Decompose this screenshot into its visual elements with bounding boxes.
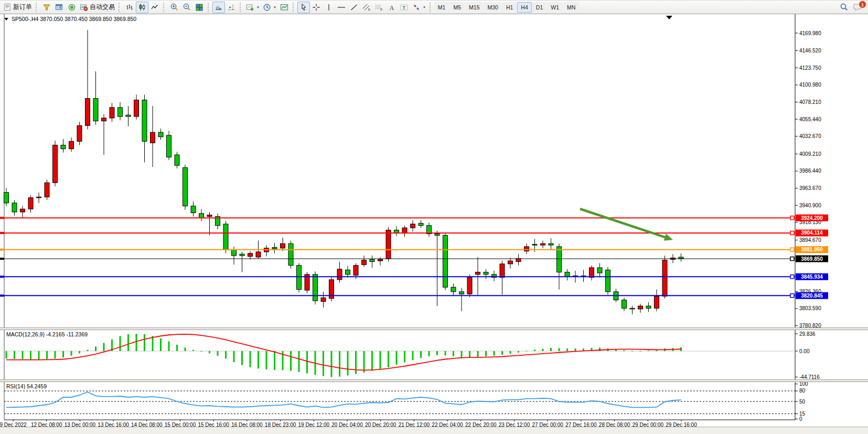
svg-text:21 Dec 12:00: 21 Dec 12:00 — [399, 422, 430, 427]
new-order-icon — [4, 3, 12, 11]
toolbar-grip — [240, 3, 242, 12]
svg-text:29.836: 29.836 — [799, 331, 816, 337]
svg-text:3869.850: 3869.850 — [801, 256, 823, 262]
svg-text:28 Dec 08:00: 28 Dec 08:00 — [599, 422, 630, 427]
toolbar-grip — [208, 3, 210, 12]
svg-text:18 Dec 23:00: 18 Dec 23:00 — [265, 422, 296, 427]
cursor-icon — [299, 3, 308, 12]
toolbar-grip — [293, 3, 295, 12]
new-order-label: 新订单 — [13, 3, 32, 12]
new-order-button[interactable]: 新订单 — [2, 2, 34, 13]
chevron-down-icon: ▼ — [273, 6, 276, 9]
arrows-icon — [412, 3, 421, 12]
auto-scroll-button[interactable] — [212, 2, 225, 13]
zoom-out-icon — [183, 3, 191, 12]
svg-text:19 Dec 12:00: 19 Dec 12:00 — [298, 422, 330, 427]
svg-text:22 Dec 20:00: 22 Dec 20:00 — [465, 422, 497, 427]
tab-timeframe-w1[interactable]: W1 — [547, 2, 563, 13]
svg-text:14 Dec 08:00: 14 Dec 08:00 — [131, 422, 163, 427]
chevron-down-icon: ▼ — [256, 6, 260, 9]
bar-chart-icon — [125, 3, 134, 12]
label-button[interactable]: T — [398, 2, 411, 13]
periods-button[interactable]: ▼ — [261, 2, 278, 13]
svg-text:29 Dec 00:00: 29 Dec 00:00 — [633, 422, 664, 427]
arrows-button[interactable]: ▼ — [411, 2, 427, 13]
chart-profile-icon — [42, 3, 51, 12]
bar-chart-button[interactable] — [123, 2, 136, 13]
svg-text:3924.200: 3924.200 — [801, 215, 823, 221]
tab-timeframe-d1[interactable]: D1 — [532, 2, 546, 13]
search-button[interactable] — [838, 2, 850, 13]
svg-text:20 Dec 20:00: 20 Dec 20:00 — [365, 422, 397, 427]
navigator-button[interactable] — [53, 2, 66, 13]
tab-timeframe-m1[interactable]: M1 — [434, 2, 449, 13]
market-watch-icon — [68, 3, 76, 12]
svg-text:4055.440: 4055.440 — [799, 117, 821, 122]
svg-text:-44.7116: -44.7116 — [799, 374, 820, 380]
tile-windows-button[interactable] — [193, 2, 206, 13]
vertical-line-button[interactable] — [323, 2, 335, 13]
horizontal-line-icon — [337, 3, 346, 12]
tab-timeframe-h4[interactable]: H4 — [517, 2, 531, 13]
text-button[interactable]: A — [385, 2, 398, 13]
tile-windows-icon — [195, 3, 203, 12]
zoom-in-icon — [170, 3, 179, 12]
market-watch-button[interactable] — [66, 2, 78, 13]
tab-timeframe-mn[interactable]: MN — [563, 2, 579, 13]
text-icon: A — [388, 3, 395, 12]
candlestick-button[interactable] — [136, 2, 148, 13]
line-chart-icon — [151, 3, 159, 12]
tab-timeframe-h1[interactable]: H1 — [502, 2, 517, 13]
tab-timeframe-m30[interactable]: M30 — [484, 2, 501, 13]
template-icon — [280, 3, 288, 12]
chart-profile-button[interactable] — [40, 2, 53, 13]
svg-text:13 Dec 16:00: 13 Dec 16:00 — [98, 422, 129, 427]
fibonacci-button[interactable]: F — [373, 2, 385, 13]
zoom-in-button[interactable] — [168, 2, 180, 13]
tab-timeframe-m15[interactable]: M15 — [465, 2, 483, 13]
svg-text:3820.845: 3820.845 — [801, 293, 823, 299]
svg-text:16 Dec 08:00: 16 Dec 08:00 — [231, 422, 263, 427]
toolbar-grip — [430, 3, 432, 12]
cursor-button[interactable] — [297, 2, 310, 13]
toolbar-right: 1 — [838, 2, 866, 13]
svg-text:0.00: 0.00 — [799, 348, 810, 354]
zoom-out-button[interactable] — [180, 2, 193, 13]
chart-shift-icon — [227, 3, 235, 12]
autotrade-button[interactable]: 自动交易 — [78, 2, 116, 13]
svg-text:20 Dec 04:00: 20 Dec 04:00 — [331, 422, 363, 427]
svg-text:3904.114: 3904.114 — [801, 230, 823, 236]
template-button[interactable] — [278, 2, 291, 13]
svg-text:22 Dec 04:00: 22 Dec 04:00 — [432, 422, 463, 427]
svg-text:4032.670: 4032.670 — [799, 133, 821, 139]
indicators-button[interactable]: ▼ — [244, 2, 261, 13]
horizontal-line-button[interactable] — [335, 2, 348, 13]
svg-text:4146.520: 4146.520 — [799, 48, 821, 54]
mt4-window: 新订单 自动交易 — [0, 0, 868, 434]
fibonacci-icon: F — [374, 3, 383, 12]
svg-text:50: 50 — [799, 399, 806, 405]
svg-text:15 Dec 00:00: 15 Dec 00:00 — [165, 422, 196, 427]
svg-text:4009.210: 4009.210 — [799, 151, 821, 157]
label-icon: T — [400, 3, 409, 12]
svg-text:A: A — [390, 4, 394, 11]
toolbar-grip — [163, 3, 166, 12]
timeframe-group: M1M5M15M30H1H4D1W1MN — [434, 2, 579, 13]
line-chart-button[interactable] — [148, 2, 161, 13]
svg-text:0: 0 — [799, 416, 802, 422]
crosshair-icon — [312, 3, 320, 12]
svg-text:27 Dec 16:00: 27 Dec 16:00 — [565, 422, 597, 427]
status-bar — [0, 427, 868, 434]
macd-label: MACD(12,26,9) -4.2165 -11.2369 — [6, 331, 88, 337]
chart-canvas[interactable]: 4169.9804146.5204123.7504100.9804078.210… — [0, 14, 868, 427]
chart-title: SP500-,H4 3870.050 3870.450 3869.850 386… — [12, 16, 136, 22]
svg-text:3963.670: 3963.670 — [799, 185, 821, 191]
chat-button[interactable]: 1 — [853, 3, 863, 12]
crosshair-button[interactable] — [310, 2, 323, 13]
tab-timeframe-m5[interactable]: M5 — [449, 2, 465, 13]
svg-text:12 Dec 08:00: 12 Dec 08:00 — [31, 422, 62, 427]
chart-window[interactable]: 4169.9804146.5204123.7504100.9804078.210… — [0, 14, 868, 427]
channel-button[interactable]: E — [360, 2, 373, 13]
trendline-button[interactable] — [348, 2, 360, 13]
chart-shift-button[interactable] — [225, 2, 238, 13]
